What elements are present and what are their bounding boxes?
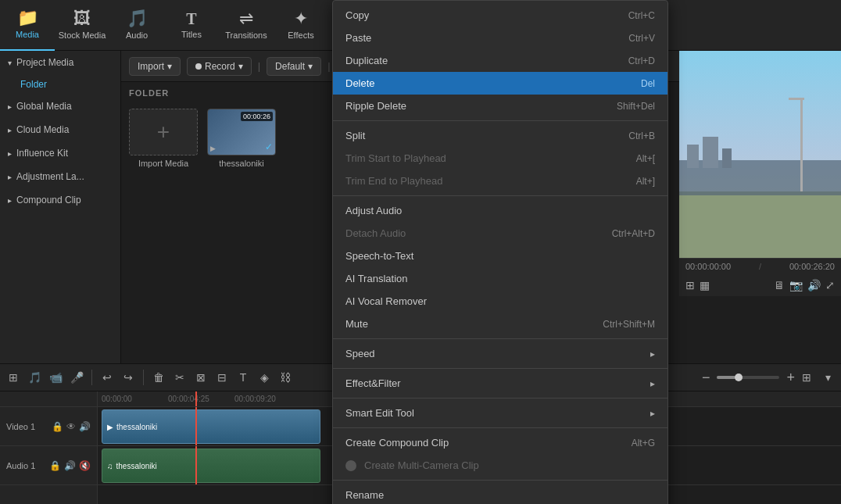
svg-rect-3 bbox=[687, 145, 699, 168]
rename-label: Rename bbox=[345, 489, 384, 501]
delete-icon[interactable]: 🗑 bbox=[149, 368, 168, 387]
settings-icon[interactable]: ▾ bbox=[818, 368, 837, 387]
text-icon[interactable]: T bbox=[234, 368, 252, 387]
chevron-right-icon: ▸ bbox=[8, 102, 12, 111]
playhead bbox=[195, 391, 197, 406]
media-item-thessaloniki[interactable]: 00:00:26 ✓ ▶ thessaloniki bbox=[207, 109, 276, 168]
context-menu-copy[interactable]: Copy Ctrl+C bbox=[333, 4, 667, 27]
paste-label: Paste bbox=[345, 32, 371, 44]
context-menu-delete[interactable]: Delete Del bbox=[333, 72, 667, 95]
context-menu-smart-edit[interactable]: Smart Edit Tool ▸ bbox=[333, 402, 667, 424]
link-icon[interactable]: ⛓ bbox=[276, 368, 295, 387]
voice-icon[interactable]: 🎤 bbox=[67, 368, 86, 387]
mute-icon[interactable]: 🔇 bbox=[79, 460, 91, 471]
trim-start-shortcut: Alt+[ bbox=[636, 153, 655, 164]
screenshot-icon[interactable]: 📷 bbox=[789, 279, 803, 291]
mute-shortcut: Ctrl+Shift+M bbox=[603, 319, 655, 330]
context-menu-duplicate[interactable]: Duplicate Ctrl+D bbox=[333, 49, 667, 72]
add-video-icon[interactable]: 📹 bbox=[46, 368, 65, 387]
separator: | bbox=[327, 60, 330, 72]
preview-right-controls: 🖥 📷 🔊 ⤢ bbox=[774, 279, 835, 291]
sidebar-item-global-media[interactable]: ▸ Global Media bbox=[0, 95, 120, 118]
audio-clip[interactable]: ♫ thessaloniki bbox=[102, 449, 320, 483]
context-menu-adjust-audio[interactable]: Adjust Audio bbox=[333, 199, 667, 222]
eye-icon[interactable]: 👁 bbox=[66, 421, 76, 432]
cut-icon[interactable]: ✂ bbox=[170, 368, 189, 387]
lock-icon[interactable]: 🔒 bbox=[49, 460, 61, 471]
toolbar-stock-media[interactable]: 🖼 Stock Media bbox=[55, 0, 109, 51]
arrow-right-icon: ▸ bbox=[650, 378, 655, 389]
audio-preview-icon[interactable]: 🔊 bbox=[807, 279, 821, 291]
preview-image-area bbox=[679, 51, 841, 258]
record-button[interactable]: Record ▾ bbox=[187, 57, 252, 76]
effect-filter-label: Effect&Filter bbox=[345, 377, 401, 389]
import-media-item[interactable]: + Import Media bbox=[129, 109, 198, 168]
context-menu-create-multicam[interactable]: Create Multi-Camera Clip bbox=[333, 454, 667, 477]
zoom-slider[interactable] bbox=[717, 376, 779, 379]
monitor-icon[interactable]: 🖥 bbox=[774, 279, 785, 291]
sidebar-item-folder[interactable]: Folder bbox=[0, 74, 120, 95]
speaker-icon[interactable]: 🔊 bbox=[79, 421, 91, 432]
toolbar-media[interactable]: 📁 Media bbox=[0, 0, 55, 51]
context-menu-speed[interactable]: Speed ▸ bbox=[333, 342, 667, 365]
context-menu-create-compound[interactable]: Create Compound Clip Alt+G bbox=[333, 431, 667, 454]
context-menu-ai-vocal[interactable]: AI Vocal Remover bbox=[333, 290, 667, 313]
speaker-icon[interactable]: 🔊 bbox=[64, 460, 76, 471]
sidebar-item-label: Adjustment La... bbox=[16, 171, 84, 182]
svg-rect-6 bbox=[800, 98, 803, 191]
zoom-out-icon[interactable]: − bbox=[702, 370, 710, 386]
context-menu-trim-start[interactable]: Trim Start to Playhead Alt+[ bbox=[333, 147, 667, 170]
context-menu-mute[interactable]: Mute Ctrl+Shift+M bbox=[333, 313, 667, 335]
add-track-icon[interactable]: ⊞ bbox=[4, 368, 23, 387]
layout-icon2[interactable]: ▦ bbox=[700, 279, 710, 291]
context-menu-ai-translation[interactable]: AI Translation bbox=[333, 267, 667, 290]
context-menu-rename[interactable]: Rename bbox=[333, 484, 667, 504]
lock-icon[interactable]: 🔒 bbox=[52, 421, 63, 432]
toolbar-effects[interactable]: ✦ Effects bbox=[274, 0, 328, 51]
ruler-mark-0: 00:00:00 bbox=[102, 395, 132, 403]
playhead-audio bbox=[195, 446, 197, 484]
sort-dropdown[interactable]: Default ▾ bbox=[267, 57, 321, 76]
context-menu-effect-filter[interactable]: Effect&Filter ▸ bbox=[333, 372, 667, 395]
thumb-duration: 00:00:26 bbox=[241, 112, 273, 121]
toolbar-transitions[interactable]: ⇌ Transitions bbox=[219, 0, 274, 51]
layout-icon[interactable]: ⊞ bbox=[685, 279, 695, 291]
sidebar-item-adjustment-layer[interactable]: ▸ Adjustment La... bbox=[0, 165, 120, 188]
import-thumb[interactable]: + bbox=[129, 109, 198, 155]
zoom-handle[interactable] bbox=[735, 374, 743, 381]
split-icon[interactable]: ⊠ bbox=[191, 368, 210, 387]
svg-rect-7 bbox=[789, 98, 804, 100]
track-controls: 🔒 👁 🔊 bbox=[52, 421, 91, 432]
sidebar-item-influence-kit[interactable]: ▸ Influence Kit bbox=[0, 141, 120, 165]
context-menu-trim-end[interactable]: Trim End to Playhead Alt+] bbox=[333, 170, 667, 192]
context-menu-paste[interactable]: Paste Ctrl+V bbox=[333, 27, 667, 49]
toolbar-titles[interactable]: T Titles bbox=[164, 0, 219, 51]
context-menu-detach-audio[interactable]: Detach Audio Ctrl+Alt+D bbox=[333, 222, 667, 245]
marker-icon[interactable]: ◈ bbox=[255, 368, 274, 387]
transitions-icon: ⇌ bbox=[239, 10, 253, 27]
context-menu-split[interactable]: Split Ctrl+B bbox=[333, 124, 667, 147]
chevron-right-icon: ▸ bbox=[8, 196, 12, 205]
sidebar-item-compound-clip[interactable]: ▸ Compound Clip bbox=[0, 188, 120, 212]
titles-label: Titles bbox=[181, 30, 202, 39]
context-menu-ripple-delete[interactable]: Ripple Delete Shift+Del bbox=[333, 95, 667, 117]
detach-audio-shortcut: Ctrl+Alt+D bbox=[612, 228, 655, 239]
plus-icon: + bbox=[157, 120, 170, 145]
right-preview-panel: 00:00:00:00 / 00:00:26:20 ⊞ ▦ 🖥 📷 🔊 ⤢ bbox=[679, 51, 841, 296]
toolbar-audio[interactable]: 🎵 Audio bbox=[109, 0, 164, 51]
sidebar-item-project-media[interactable]: ▾ Project Media bbox=[0, 51, 120, 74]
context-menu-speech-to-text[interactable]: Speech-to-Text bbox=[333, 245, 667, 267]
redo-icon[interactable]: ↪ bbox=[119, 368, 138, 387]
fullscreen-icon[interactable]: ⤢ bbox=[825, 279, 835, 291]
mute-label: Mute bbox=[345, 318, 368, 330]
chevron-down-icon: ▾ bbox=[308, 61, 313, 72]
crop-icon[interactable]: ⊟ bbox=[213, 368, 231, 387]
add-audio-icon[interactable]: 🎵 bbox=[25, 368, 44, 387]
zoom-in-icon[interactable]: + bbox=[786, 370, 795, 386]
import-button[interactable]: Import ▾ bbox=[129, 57, 181, 76]
grid-icon[interactable]: ⊞ bbox=[797, 368, 816, 387]
undo-icon[interactable]: ↩ bbox=[98, 368, 116, 387]
svg-rect-1 bbox=[679, 191, 841, 258]
video-clip[interactable]: ▶ thessaloniki bbox=[102, 409, 320, 444]
sidebar-item-cloud-media[interactable]: ▸ Cloud Media bbox=[0, 118, 120, 141]
